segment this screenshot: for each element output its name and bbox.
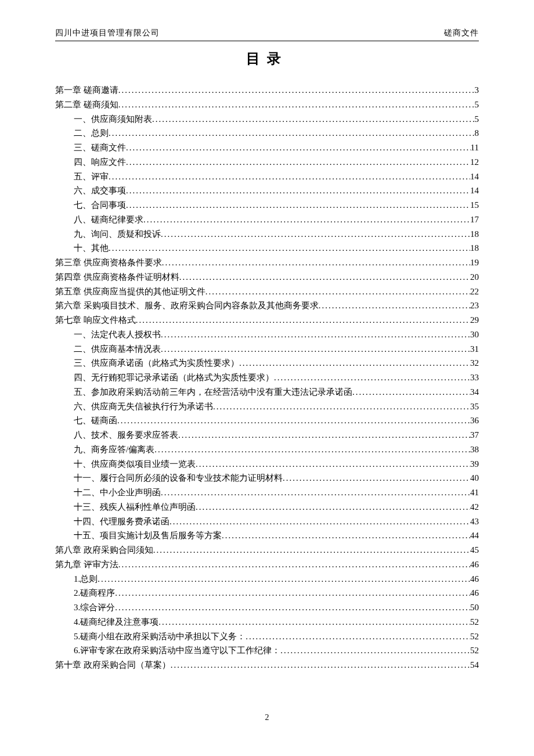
toc-entry: 二、总则8 [74,126,479,141]
toc-entry-label: 八、磋商纪律要求 [74,213,143,227]
toc-entry: 七、合同事项15 [74,198,479,213]
toc-leader-dots [222,528,470,543]
toc-entry: 第五章 供应商应当提供的其他证明文件22 [55,285,479,299]
toc-entry-label: 第七章 响应文件格式 [55,313,136,327]
toc-leader-dots [143,213,470,227]
toc-entry: 第三章 供应商资格条件要求19 [55,255,479,270]
toc-leader-dots [319,298,470,313]
toc-entry-label: 二、供应商基本情况表 [74,342,161,357]
toc-entry: 一、法定代表人授权书30 [74,327,479,342]
toc-leader-dots [161,327,470,342]
toc-entry-label: 第八章 政府采购合同须知 [55,543,153,557]
toc-entry: 2.磋商程序46 [74,586,479,600]
toc-entry-label: 十二、中小企业声明函 [74,485,161,500]
toc-entry: 6.评审专家在政府采购活动中应当遵守以下工作纪律：52 [74,643,479,658]
toc-entry-label: 1.总则 [74,572,98,586]
toc-entry: 十、其他18 [74,241,479,255]
toc-entry-label: 第五章 供应商应当提供的其他证明文件 [55,285,205,299]
toc-leader-dots [126,141,471,155]
toc-entry-page: 30 [470,327,479,342]
toc-entry-label: 三、供应商承诺函（此格式为实质性要求） [74,356,239,370]
toc-entry: 三、磋商文件11 [74,141,479,155]
toc-entry-label: 七、合同事项 [74,198,126,213]
toc-entry-label: 十四、代理服务费承诺函 [74,514,169,529]
toc-entry: 二、供应商基本情况表31 [74,342,479,357]
header-right: 磋商文件 [444,28,479,38]
toc-entry: 4.磋商纪律及注意事项52 [74,615,479,629]
toc-entry-page: 14 [470,170,479,184]
toc-entry: 3.综合评分50 [74,600,479,615]
toc-entry-page: 3 [475,83,479,98]
toc-entry: 九、询问、质疑和投诉18 [74,227,479,242]
toc-entry-label: 第九章 评审方法 [55,557,118,572]
toc-entry: 第一章 磋商邀请3 [55,83,479,98]
toc-entry-page: 11 [471,141,479,155]
toc-entry: 七、磋商函36 [74,413,479,428]
toc-entry: 第六章 采购项目技术、服务、政府采购合同内容条款及其他商务要求23 [55,298,479,313]
toc-entry-page: 40 [470,471,479,485]
toc-entry-page: 15 [470,198,479,213]
toc-leader-dots [179,270,470,285]
page-number: 2 [0,713,534,722]
toc-entry-page: 8 [475,126,479,141]
toc-leader-dots [213,399,470,414]
toc-leader-dots [126,198,470,213]
toc-leader-dots [352,385,470,399]
toc-entry-label: 二、总则 [74,126,109,141]
toc-leader-dots [118,557,470,572]
toc-leader-dots [196,500,470,514]
toc-entry-label: 六、供应商无失信被执行行为承诺书 [74,399,213,414]
toc-entry-label: 六、成交事项 [74,183,126,198]
toc-entry-page: 54 [470,658,479,672]
toc-entry: 三、供应商承诺函（此格式为实质性要求）32 [74,356,479,370]
toc-entry: 十二、中小企业声明函41 [74,485,479,500]
toc-entry-label: 2.磋商程序 [74,586,115,600]
toc-leader-dots [109,170,470,184]
toc-entry-page: 38 [470,442,479,457]
toc-entry-page: 39 [470,457,479,471]
toc-entry-label: 十、其他 [74,241,109,255]
toc-entry-label: 三、磋商文件 [74,141,126,155]
toc-entry-page: 29 [470,313,479,327]
toc-entry-label: 一、法定代表人授权书 [74,327,161,342]
toc-leader-dots [98,572,470,586]
toc-leader-dots [161,342,470,357]
toc-entry-page: 45 [470,543,479,557]
toc-entry-label: 一、供应商须知附表 [74,112,152,127]
toc-entry-label: 五、参加政府采购活动前三年内，在经营活动中没有重大违法记录承诺函 [74,385,352,399]
toc-entry-page: 42 [470,500,479,514]
toc-entry-label: 十三、残疾人福利性单位声明函 [74,500,196,514]
toc-entry: 八、磋商纪律要求17 [74,213,479,227]
toc-leader-dots [136,313,470,327]
toc-entry-page: 14 [470,183,479,198]
toc-entry: 六、成交事项14 [74,183,479,198]
toc-entry: 五、参加政府采购活动前三年内，在经营活动中没有重大违法记录承诺函34 [74,385,479,399]
toc-entry-label: 九、询问、质疑和投诉 [74,227,161,242]
toc-entry-page: 52 [470,643,479,658]
page-header: 四川中进项目管理有限公司 磋商文件 [55,28,479,41]
toc-entry-label: 第一章 磋商邀请 [55,83,118,98]
toc-leader-dots [118,83,475,98]
toc-entry-label: 十五、项目实施计划及售后服务等方案 [74,528,222,543]
table-of-contents: 第一章 磋商邀请3第二章 磋商须知5一、供应商须知附表5二、总则8三、磋商文件1… [55,83,479,672]
toc-entry-page: 19 [470,255,479,270]
toc-leader-dots [109,241,470,255]
toc-entry-page: 46 [470,557,479,572]
toc-entry: 十一、履行合同所必须的设备和专业技术能力证明材料40 [74,471,479,485]
toc-leader-dots [274,370,470,385]
page-container: 四川中进项目管理有限公司 磋商文件 目录 第一章 磋商邀请3第二章 磋商须知5一… [0,0,534,672]
toc-entry: 四、无行贿犯罪记录承诺函（此格式为实质性要求）33 [74,370,479,385]
toc-leader-dots [117,413,470,428]
toc-entry: 第四章 供应商资格条件证明材料20 [55,270,479,285]
toc-entry: 六、供应商无失信被执行行为承诺书35 [74,399,479,414]
toc-leader-dots [115,600,470,615]
toc-entry-page: 32 [470,356,479,370]
toc-entry-page: 22 [470,285,479,299]
toc-leader-dots [154,442,470,457]
toc-entry-label: 七、磋商函 [74,413,117,428]
toc-entry-page: 18 [470,241,479,255]
toc-entry-page: 12 [470,155,479,170]
toc-entry: 第九章 评审方法46 [55,557,479,572]
toc-entry-page: 43 [470,514,479,529]
toc-leader-dots [109,126,475,141]
